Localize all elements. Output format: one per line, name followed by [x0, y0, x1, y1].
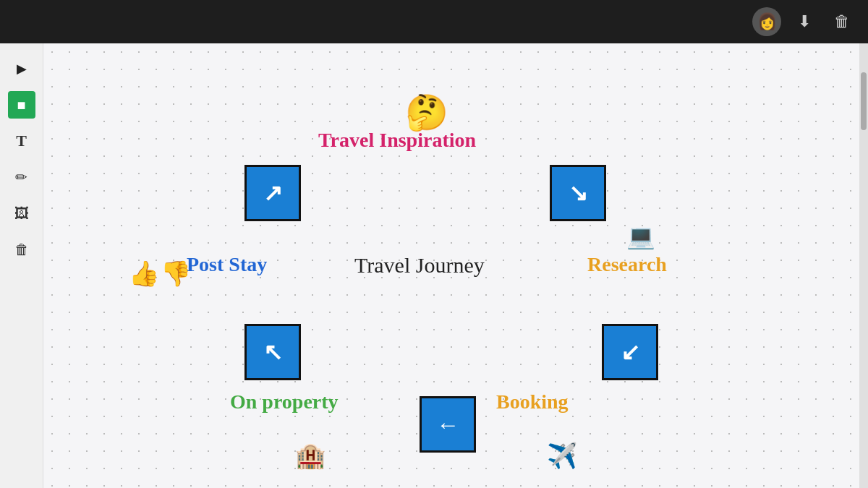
app: 👩 ⬇ 🗑 ▶ ■ T ✏ 🖼 🗑 🤔 Travel Inspiration ↗: [0, 0, 868, 488]
arrow-box-bottomleft[interactable]: ↖: [244, 324, 301, 380]
cursor-tool[interactable]: ▶: [8, 55, 35, 82]
topbar: 👩 ⬇ 🗑: [0, 0, 868, 43]
arrow-bottomleft-icon: ↖: [263, 338, 283, 366]
scrollbar[interactable]: [859, 43, 868, 488]
arrow-box-topright[interactable]: ↘: [550, 165, 606, 221]
arrow-box-bottomright[interactable]: ↙: [602, 324, 658, 380]
arrow-center-bottom-icon: ←: [436, 411, 459, 438]
on-property-label[interactable]: On property: [230, 390, 339, 414]
trash-button[interactable]: 🗑: [827, 7, 856, 36]
arrow-topleft-icon: ↗: [263, 179, 283, 207]
inspiration-emoji: 🤔: [405, 93, 448, 133]
booking-label[interactable]: Booking: [496, 390, 569, 414]
arrow-box-topleft[interactable]: ↗: [244, 165, 301, 221]
arrow-box-center-bottom[interactable]: ←: [420, 396, 476, 453]
thumbsup-icon: 👍: [129, 259, 159, 288]
toolbar: ▶ ■ T ✏ 🖼 🗑: [0, 43, 43, 488]
rectangle-tool[interactable]: ■: [8, 91, 35, 119]
pen-tool[interactable]: ✏: [8, 163, 35, 191]
arrow-topright-icon: ↘: [569, 179, 588, 207]
inspiration-label[interactable]: Travel Inspiration: [318, 129, 476, 152]
image-tool[interactable]: 🖼: [8, 200, 35, 227]
download-button[interactable]: ⬇: [790, 7, 819, 36]
arrow-bottomright-icon: ↙: [621, 338, 640, 366]
avatar[interactable]: 👩: [752, 7, 781, 36]
scrollbar-thumb[interactable]: [861, 72, 867, 130]
text-tool[interactable]: T: [8, 127, 35, 155]
post-stay-label[interactable]: Post Stay: [187, 253, 267, 276]
travel-journey-label[interactable]: Travel Journey: [354, 253, 485, 278]
hotel-icon: 🏨: [295, 441, 326, 470]
main-area: ▶ ■ T ✏ 🖼 🗑 🤔 Travel Inspiration ↗ ↘ 💻: [0, 43, 868, 488]
research-label[interactable]: Research: [587, 253, 667, 276]
laptop-icon: 💻: [626, 223, 655, 250]
delete-tool[interactable]: 🗑: [8, 236, 35, 263]
canvas: 🤔 Travel Inspiration ↗ ↘ 💻 👍 👎 Post Stay…: [43, 43, 859, 488]
plane-icon: ✈️: [547, 441, 577, 470]
